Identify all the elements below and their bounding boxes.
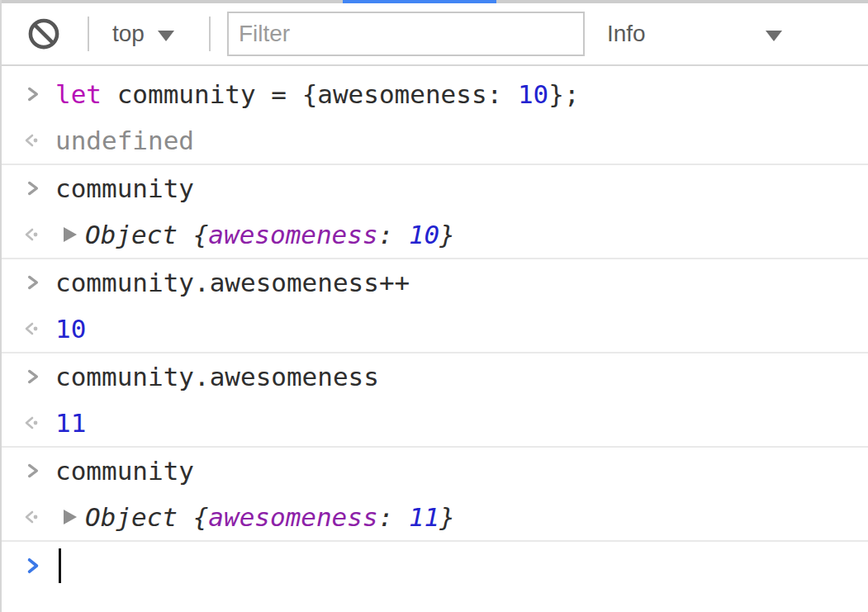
tab-strip-edge	[2, 0, 868, 3]
console-input-text: community.awesomeness++	[55, 268, 410, 297]
console-result-text: undefined	[55, 126, 194, 155]
code-segment: Object {	[85, 502, 208, 532]
log-level-dropdown[interactable]: Info	[607, 21, 784, 47]
code-segment: 11	[409, 502, 439, 532]
toolbar-divider	[209, 17, 211, 51]
code-segment: community	[55, 173, 194, 203]
console-input-text: community	[55, 173, 194, 203]
code-segment: 11	[55, 408, 86, 438]
console-input-text: let community = {awesomeness: 10};	[55, 79, 580, 109]
console-input-text: community	[55, 456, 194, 486]
console-history: let community = {awesomeness: 10};undefi…	[2, 71, 868, 542]
code-segment: 10	[518, 79, 548, 109]
console-result-text: Object {awesomeness: 11}	[85, 502, 455, 532]
expand-triangle-icon[interactable]	[64, 510, 77, 524]
input-chevron-icon	[24, 85, 42, 103]
input-chevron-icon	[24, 368, 42, 386]
return-value-icon	[22, 132, 42, 149]
code-segment: awesomeness	[208, 220, 377, 249]
console-prompt[interactable]	[2, 542, 868, 590]
code-segment: community = {awesomeness:	[102, 79, 518, 109]
code-segment: :	[378, 220, 409, 249]
console-input-echo: community.awesomeness	[2, 353, 868, 400]
console-input-echo: community	[2, 448, 868, 494]
code-segment: community	[55, 456, 194, 486]
input-chevron-icon	[24, 273, 42, 292]
code-segment: }	[439, 502, 455, 532]
log-level-label: Info	[607, 21, 646, 47]
filter-input[interactable]	[227, 12, 585, 56]
code-segment: };	[548, 79, 579, 109]
clear-console-button[interactable]	[26, 17, 61, 51]
chevron-down-icon	[158, 31, 174, 41]
code-segment: }	[439, 220, 455, 249]
code-segment: 10	[409, 220, 439, 249]
code-segment: awesomeness	[208, 502, 377, 532]
console-group: communityObject {awesomeness: 10}	[2, 165, 868, 259]
code-segment: 10	[55, 314, 86, 344]
return-value-icon	[22, 415, 42, 431]
return-value-icon	[22, 226, 42, 243]
console-group: let community = {awesomeness: 10};undefi…	[2, 71, 868, 165]
code-segment: :	[378, 502, 409, 532]
block-icon	[26, 17, 61, 51]
console-messages: let community = {awesomeness: 10};undefi…	[2, 66, 868, 590]
console-result: 10	[2, 306, 868, 352]
console-toolbar: top Info	[2, 3, 868, 66]
console-input-echo: community	[2, 165, 868, 211]
console-input-echo: community.awesomeness++	[2, 259, 868, 306]
input-chevron-icon	[24, 179, 42, 197]
console-input-text: community.awesomeness	[55, 362, 379, 391]
text-cursor	[59, 548, 61, 583]
return-value-icon	[22, 509, 42, 525]
console-result-text: 10	[55, 314, 86, 344]
code-segment: undefined	[55, 126, 194, 155]
code-segment: Object {	[85, 220, 208, 249]
console-result: Object {awesomeness: 11}	[2, 494, 868, 540]
console-result-text: 11	[55, 408, 86, 438]
prompt-chevron-icon	[24, 557, 42, 575]
context-selector-dropdown[interactable]: top	[112, 21, 174, 47]
console-result: undefined	[2, 117, 868, 164]
console-input-echo: let community = {awesomeness: 10};	[2, 71, 868, 117]
console-group: community.awesomeness++10	[2, 259, 868, 353]
code-segment: let	[55, 79, 102, 109]
code-segment: community.awesomeness	[55, 362, 379, 391]
console-group: community.awesomeness11	[2, 353, 868, 448]
expand-triangle-icon[interactable]	[64, 227, 77, 242]
code-segment: community.awesomeness++	[55, 268, 410, 297]
console-result-text: Object {awesomeness: 10}	[85, 220, 455, 249]
toolbar-divider	[88, 17, 89, 51]
active-tab-indicator	[343, 0, 496, 3]
log-level-chevron-down-icon	[766, 31, 782, 41]
console-group: communityObject {awesomeness: 11}	[2, 448, 868, 542]
console-result: Object {awesomeness: 10}	[2, 211, 868, 258]
input-chevron-icon	[24, 462, 42, 480]
console-result: 11	[2, 400, 868, 446]
context-selector-label: top	[112, 21, 145, 47]
devtools-console-panel: top Info let community = {awesomeness: 1…	[0, 0, 868, 612]
return-value-icon	[22, 320, 42, 337]
